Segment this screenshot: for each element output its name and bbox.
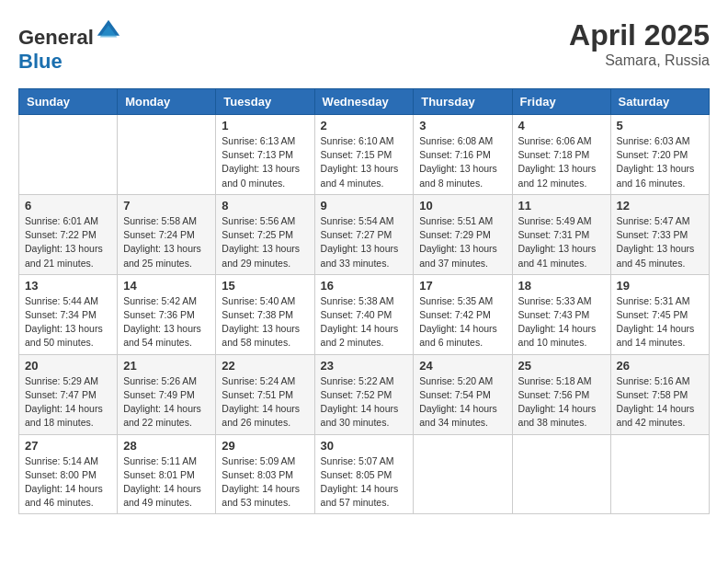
calendar-table: Sunday Monday Tuesday Wednesday Thursday… — [18, 88, 710, 514]
table-row — [19, 115, 118, 195]
day-info-line: Sunset: 7:25 PM — [222, 228, 308, 242]
day-number: 21 — [123, 359, 210, 373]
day-info-line: Sunset: 7:49 PM — [123, 388, 210, 402]
calendar-week-row: 6Sunrise: 6:01 AMSunset: 7:22 PMDaylight… — [19, 194, 710, 274]
day-info-line: Sunrise: 5:29 AM — [25, 374, 111, 388]
calendar-header-row: Sunday Monday Tuesday Wednesday Thursday… — [19, 89, 710, 115]
day-info-line: Daylight: 14 hours and 18 minutes. — [25, 402, 111, 430]
table-row: 28Sunrise: 5:11 AMSunset: 8:01 PMDayligh… — [118, 434, 216, 514]
day-info-line: Sunrise: 5:18 AM — [518, 374, 605, 388]
col-wednesday: Wednesday — [314, 89, 414, 115]
day-info-line: Daylight: 14 hours and 6 minutes. — [419, 322, 506, 350]
day-number: 22 — [222, 359, 308, 373]
table-row: 19Sunrise: 5:31 AMSunset: 7:45 PMDayligh… — [610, 274, 709, 354]
calendar-week-row: 1Sunrise: 6:13 AMSunset: 7:13 PMDaylight… — [19, 115, 710, 195]
day-number: 10 — [419, 199, 506, 213]
logo-general: General — [18, 26, 94, 49]
day-number: 12 — [617, 199, 703, 213]
day-info: Sunrise: 5:56 AMSunset: 7:25 PMDaylight:… — [222, 214, 308, 270]
table-row: 16Sunrise: 5:38 AMSunset: 7:40 PMDayligh… — [314, 274, 414, 354]
table-row: 20Sunrise: 5:29 AMSunset: 7:47 PMDayligh… — [19, 354, 118, 434]
day-info-line: Sunset: 7:22 PM — [25, 228, 111, 242]
day-info-line: Sunrise: 5:40 AM — [222, 294, 308, 308]
day-info: Sunrise: 6:13 AMSunset: 7:13 PMDaylight:… — [222, 134, 308, 190]
table-row: 30Sunrise: 5:07 AMSunset: 8:05 PMDayligh… — [314, 434, 414, 514]
table-row: 18Sunrise: 5:33 AMSunset: 7:43 PMDayligh… — [512, 274, 610, 354]
day-info-line: Sunset: 7:15 PM — [321, 148, 408, 162]
table-row — [512, 434, 610, 514]
day-number: 4 — [518, 119, 605, 132]
day-info: Sunrise: 5:18 AMSunset: 7:56 PMDaylight:… — [518, 374, 605, 431]
day-info-line: Sunrise: 5:38 AM — [321, 294, 408, 308]
day-info-line: Sunset: 7:36 PM — [123, 308, 210, 322]
table-row: 1Sunrise: 6:13 AMSunset: 7:13 PMDaylight… — [216, 115, 314, 195]
table-row — [118, 115, 216, 195]
table-row: 5Sunrise: 6:03 AMSunset: 7:20 PMDaylight… — [610, 115, 709, 195]
table-row: 13Sunrise: 5:44 AMSunset: 7:34 PMDayligh… — [19, 274, 118, 354]
day-info-line: Sunrise: 5:20 AM — [419, 374, 506, 388]
day-info-line: Sunrise: 6:01 AM — [25, 214, 111, 228]
day-info-line: Sunrise: 5:11 AM — [123, 454, 210, 468]
day-info: Sunrise: 5:16 AMSunset: 7:58 PMDaylight:… — [617, 374, 703, 431]
day-info-line: Sunset: 7:29 PM — [419, 228, 506, 242]
table-row: 10Sunrise: 5:51 AMSunset: 7:29 PMDayligh… — [414, 194, 512, 274]
day-info-line: Sunset: 8:01 PM — [123, 468, 210, 482]
table-row: 3Sunrise: 6:08 AMSunset: 7:16 PMDaylight… — [414, 115, 512, 195]
day-info-line: Daylight: 13 hours and 41 minutes. — [518, 242, 605, 270]
day-info-line: Sunset: 7:51 PM — [222, 388, 308, 402]
day-info-line: Daylight: 14 hours and 38 minutes. — [518, 402, 605, 430]
day-info-line: Sunrise: 5:44 AM — [25, 294, 111, 308]
day-info-line: Sunrise: 5:51 AM — [419, 214, 506, 228]
day-info: Sunrise: 6:08 AMSunset: 7:16 PMDaylight:… — [419, 134, 506, 190]
day-info: Sunrise: 5:26 AMSunset: 7:49 PMDaylight:… — [123, 374, 210, 431]
table-row: 14Sunrise: 5:42 AMSunset: 7:36 PMDayligh… — [118, 274, 216, 354]
logo-text: General Blue — [18, 18, 121, 74]
day-info-line: Daylight: 14 hours and 57 minutes. — [321, 482, 408, 510]
title-block: April 2025 Samara, Russia — [569, 18, 710, 69]
day-number: 27 — [25, 439, 111, 453]
day-info-line: Sunrise: 5:16 AM — [617, 374, 703, 388]
day-info: Sunrise: 5:24 AMSunset: 7:51 PMDaylight:… — [222, 374, 308, 431]
day-info: Sunrise: 5:47 AMSunset: 7:33 PMDaylight:… — [617, 214, 703, 270]
day-info: Sunrise: 5:09 AMSunset: 8:03 PMDaylight:… — [222, 454, 308, 511]
day-info-line: Sunrise: 5:35 AM — [419, 294, 506, 308]
day-number: 13 — [25, 279, 111, 293]
day-info-line: Sunset: 8:05 PM — [321, 468, 408, 482]
day-info-line: Daylight: 13 hours and 45 minutes. — [617, 242, 703, 270]
day-info-line: Sunset: 7:33 PM — [617, 228, 703, 242]
day-info-line: Sunset: 7:31 PM — [518, 228, 605, 242]
day-info-line: Sunset: 7:34 PM — [25, 308, 111, 322]
day-info: Sunrise: 5:14 AMSunset: 8:00 PMDaylight:… — [25, 454, 111, 511]
day-info-line: Sunset: 7:56 PM — [518, 388, 605, 402]
day-info-line: Daylight: 14 hours and 26 minutes. — [222, 402, 308, 430]
day-info: Sunrise: 5:40 AMSunset: 7:38 PMDaylight:… — [222, 294, 308, 350]
table-row: 29Sunrise: 5:09 AMSunset: 8:03 PMDayligh… — [216, 434, 314, 514]
day-info-line: Sunset: 7:40 PM — [321, 308, 408, 322]
col-friday: Friday — [512, 89, 610, 115]
table-row: 23Sunrise: 5:22 AMSunset: 7:52 PMDayligh… — [314, 354, 414, 434]
day-number: 7 — [123, 199, 210, 213]
day-number: 3 — [419, 119, 506, 132]
day-number: 5 — [617, 119, 703, 132]
day-info: Sunrise: 5:31 AMSunset: 7:45 PMDaylight:… — [617, 294, 703, 350]
day-info-line: Sunrise: 5:24 AM — [222, 374, 308, 388]
col-tuesday: Tuesday — [216, 89, 314, 115]
table-row: 24Sunrise: 5:20 AMSunset: 7:54 PMDayligh… — [414, 354, 512, 434]
day-info-line: Daylight: 13 hours and 29 minutes. — [222, 242, 308, 270]
day-info-line: Sunset: 7:13 PM — [222, 148, 308, 162]
day-info-line: Daylight: 13 hours and 4 minutes. — [321, 162, 408, 190]
day-info-line: Daylight: 14 hours and 34 minutes. — [419, 402, 506, 430]
col-saturday: Saturday — [610, 89, 709, 115]
day-number: 19 — [617, 279, 703, 293]
day-info-line: Sunrise: 5:14 AM — [25, 454, 111, 468]
day-number: 25 — [518, 359, 605, 373]
day-info-line: Sunrise: 6:13 AM — [222, 134, 308, 148]
day-info-line: Sunrise: 5:07 AM — [321, 454, 408, 468]
day-info: Sunrise: 5:11 AMSunset: 8:01 PMDaylight:… — [123, 454, 210, 511]
day-info-line: Sunrise: 5:42 AM — [123, 294, 210, 308]
day-info-line: Daylight: 14 hours and 42 minutes. — [617, 402, 703, 430]
table-row: 27Sunrise: 5:14 AMSunset: 8:00 PMDayligh… — [19, 434, 118, 514]
day-number: 26 — [617, 359, 703, 373]
day-info: Sunrise: 5:51 AMSunset: 7:29 PMDaylight:… — [419, 214, 506, 270]
day-info-line: Sunrise: 5:47 AM — [617, 214, 703, 228]
